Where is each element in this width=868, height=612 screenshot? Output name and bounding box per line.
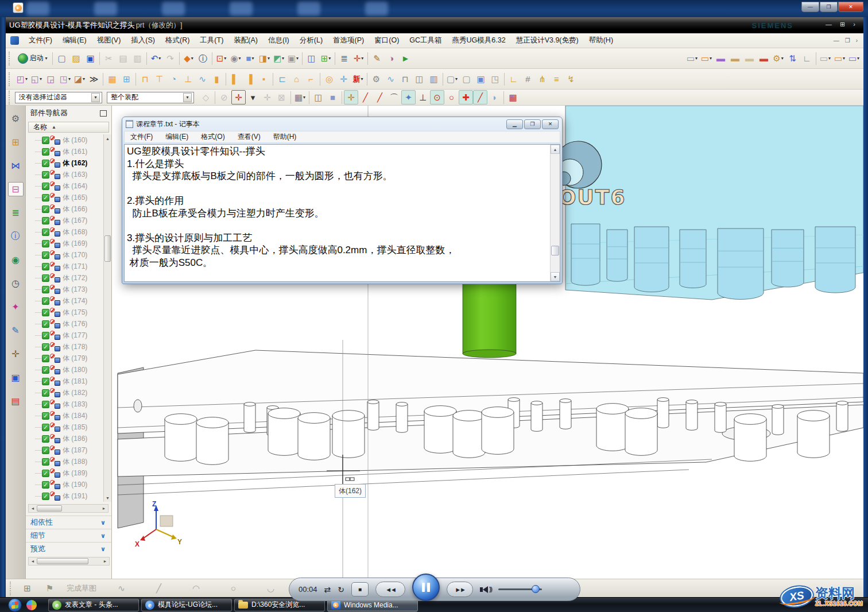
minimize-button[interactable]: — [801,2,819,12]
move-face-icon[interactable]: ◫ [304,51,319,65]
delete-component-icon[interactable]: ◲ [44,72,58,86]
visibility-checkbox[interactable]: ✓ [42,401,49,408]
corner-icon[interactable]: ◳ [488,72,502,86]
scrollbar-thumb[interactable] [104,235,111,262]
view-background-icon[interactable]: ▣▾ [286,51,300,65]
tree-row[interactable]: ✓体 (181) [28,375,103,387]
pin-icon[interactable]: ▌ [228,72,242,86]
move-filter-icon[interactable]: ✛ [260,90,274,104]
constraint-navigator-icon[interactable]: ⋈ [8,158,24,173]
notepad-window[interactable]: 课程章节.txt - 记事本 ▁ ❐ ✕ 文件(F)编辑(E)格式(O)查看(V… [122,117,563,284]
notepad-menu-item[interactable]: 查看(V) [238,132,261,142]
existing-point-icon[interactable]: ✚ [459,90,473,104]
visibility-checkbox[interactable]: ✓ [42,332,49,339]
point-on-curve-icon[interactable]: ╱ [473,90,487,104]
fillet-icon[interactable]: ◡ [264,581,278,595]
clamp-icon[interactable]: ⊏ [275,72,289,86]
visibility-checkbox[interactable]: ✓ [42,160,49,167]
lifter-icon[interactable]: ✛ [336,72,351,86]
menu-item[interactable]: 帮助(H) [584,33,618,48]
general-object-icon[interactable]: ◇ [199,90,213,104]
start-button[interactable] [8,598,22,612]
scrollbar-thumb[interactable] [551,246,559,255]
taskbar-button[interactable]: e发表文章 - 头条... [48,599,139,611]
clearance-icon[interactable]: ▭▾ [847,51,861,65]
paste-icon[interactable]: ▥ [130,51,145,65]
stock-icon[interactable]: ▥ [427,72,441,86]
shaded-view-icon[interactable]: ■▾ [243,51,257,65]
scrollbar-thumb[interactable] [37,505,62,512]
tree-row[interactable]: ✓体 (189) [28,467,103,479]
tube-icon[interactable]: ▐ [242,72,257,86]
tree-row[interactable]: ✓体 (180) [28,364,103,375]
shuffle-icon[interactable]: ⇄ [324,585,331,594]
toolbar-grip[interactable] [9,52,12,65]
visibility-checkbox[interactable]: ✓ [42,206,49,213]
cut-icon[interactable]: ✂ [102,51,116,65]
reuse-library-icon[interactable]: ≣ [8,206,24,220]
menu-item[interactable]: 工具(T) [195,33,228,48]
edit-display-icon[interactable]: ✎ [370,51,384,65]
start-menu-button[interactable]: 启动▾ [15,51,51,65]
tree-row[interactable]: ✓体 (185) [28,421,103,433]
visibility-checkbox[interactable]: ✓ [42,435,49,443]
visibility-checkbox[interactable]: ✓ [42,274,49,282]
volume-slider[interactable] [498,588,542,590]
fence-icon[interactable]: ⋔ [535,72,549,86]
panel-pin-icon[interactable] [100,110,107,117]
spring-icon[interactable]: ∿ [195,72,210,86]
assembly-constraint-icon[interactable]: ⚙▾ [771,51,785,65]
snap-select-drop[interactable]: ▾ [246,90,260,104]
roles-icon[interactable]: ⚙ [8,111,24,126]
slider-icon[interactable]: ⌂ [289,72,304,86]
visibility-checkbox[interactable]: ✓ [42,447,49,454]
section-view-icon[interactable]: ◨▾ [257,51,272,65]
visibility-checkbox[interactable]: ✓ [42,355,49,362]
visibility-checkbox[interactable]: ✓ [42,366,49,374]
visibility-checkbox[interactable]: ✓ [42,137,49,144]
midpoint-icon[interactable]: ╱ [373,90,387,104]
wave-link-icon[interactable]: ▢▾ [445,72,459,86]
tree-row[interactable]: ✓体 (172) [28,272,103,284]
menu-item[interactable]: 编辑(E) [57,33,92,48]
previous-button[interactable]: ◄◄ [375,582,405,597]
ug-window-controls[interactable]: —⊞› [826,21,855,28]
toolbar-grip[interactable] [9,91,12,104]
scroll-down-icon[interactable]: ▼ [551,272,560,281]
trim-icon[interactable]: ◫ [412,72,427,86]
layout-move-icon[interactable]: ⊞ [119,72,134,86]
visibility-checkbox[interactable]: ✓ [42,481,49,489]
component-icon[interactable]: ▬ [714,51,728,65]
pattern-face-icon[interactable]: ⊞▾ [319,51,333,65]
arc-snap-icon[interactable]: ⌒ [387,90,401,104]
tree-row[interactable]: ✓体 (183) [28,398,103,410]
grid-icon[interactable]: # [521,72,535,86]
angle-icon[interactable]: ∟ [506,72,521,86]
tree-row[interactable]: ✓体 (162) [28,157,103,169]
tree-row[interactable]: ✓体 (163) [28,169,103,180]
maximize-button[interactable]: ❐ [820,2,838,12]
360-browser-icon[interactable] [26,600,37,610]
visibility-checkbox[interactable]: ✓ [42,389,49,397]
cooling-icon[interactable]: ∿ [383,72,398,86]
open-file-icon[interactable]: ▨ [69,51,83,65]
information-icon[interactable]: ⓘ [196,51,210,65]
replace-component-icon[interactable]: ◪▾ [72,72,87,86]
selection-filter-dropdown[interactable]: 没有选择过滤器▾ [15,92,102,103]
menu-item[interactable]: 插入(S) [126,33,160,48]
visibility-checkbox[interactable]: ✓ [42,470,49,477]
fit-view-icon[interactable]: ⊡▾ [214,51,228,65]
table-icon[interactable]: ▦ [506,90,520,104]
quadrant-icon[interactable]: ○ [444,90,459,104]
close-button[interactable]: ✕ [838,2,863,12]
snap-select-icon[interactable]: ✛ [231,90,246,104]
spline-snap-icon[interactable]: ✦ [401,90,416,104]
box-filter-icon[interactable]: ⊠ [274,90,289,104]
moldbase-icon[interactable]: ⊓ [138,72,152,86]
tree-row[interactable]: ✓体 (179) [28,353,103,364]
tree-row[interactable]: ✓体 (168) [28,226,103,238]
scroll-left-icon[interactable]: ◄ [29,506,37,510]
scroll-right-icon[interactable]: ► [101,559,109,563]
exploded-view-icon[interactable]: ▭▾ [832,51,847,65]
display-part-icon[interactable]: ▭▾ [685,51,699,65]
